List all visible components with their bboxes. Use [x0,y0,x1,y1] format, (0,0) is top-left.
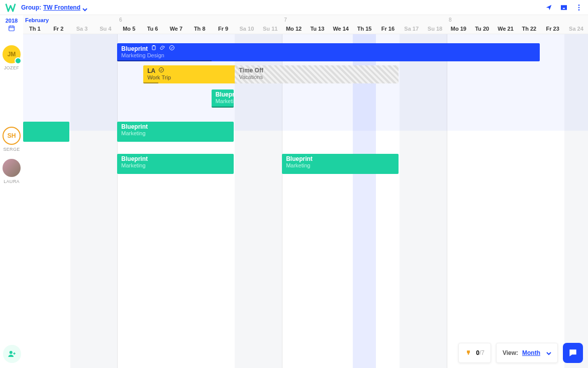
topbar: Group: TW Frontend [0,0,588,15]
day-label[interactable]: Sa 17 [400,26,423,32]
task-subtitle: Marketing [121,130,230,136]
avatar[interactable] [3,159,21,177]
progress-bar [117,60,211,61]
day-label[interactable]: Su 4 [93,26,117,32]
task-bar[interactable]: BlueprintMarketing [282,154,399,174]
day-label[interactable]: Fr 23 [541,26,564,32]
calendar-icon [8,25,15,32]
left-column: 2018 JMJOZEFSHSERGELAURA [0,15,23,368]
status-badge-icon [15,57,22,64]
check-icon [158,67,164,74]
svg-rect-5 [153,45,154,46]
person-laura[interactable]: LAURA [0,159,23,184]
day-label[interactable]: We 14 [329,26,353,32]
person-jozef[interactable]: JMJOZEF [0,45,23,70]
view-chip[interactable]: View: Month [496,343,558,363]
task-bar[interactable]: LAWork Trip [143,65,236,83]
week-number: 7 [284,17,287,23]
task-title: LA [147,67,232,74]
clipboard-icon [151,45,157,52]
day-label[interactable]: Mo 19 [447,26,470,32]
svg-rect-4 [152,46,155,50]
day-label[interactable]: Tu 13 [306,26,329,32]
svg-point-6 [169,46,174,50]
day-label[interactable]: Su 11 [258,26,282,32]
task-bar[interactable]: BlueprintMarketing [117,122,234,142]
chevron-down-icon [546,350,551,355]
view-value: Month [522,349,540,356]
task-bar[interactable]: Time OffVacations [235,65,399,83]
task-bar[interactable]: BlueprintMarketing Design [117,43,540,61]
task-subtitle: Marketing Design [121,52,536,58]
task-subtitle: Work Trip [147,74,232,80]
timeline-header: February Th 1Fr 2Sa 3Su 4Mo 56Tu 6We 7Th… [23,15,588,34]
day-label[interactable]: Mo 5 [117,26,141,32]
more-icon[interactable] [575,4,583,12]
avatar[interactable]: JM [3,45,21,63]
month-label: February [25,17,49,23]
timeline-area[interactable]: February Th 1Fr 2Sa 3Su 4Mo 56Tu 6We 7Th… [23,15,588,368]
year-text: 2018 [6,18,18,24]
svg-point-2 [578,9,580,11]
day-label[interactable]: Tu 20 [470,26,494,32]
view-label: View: [503,349,518,356]
task-title: Blueprint [121,155,230,162]
avatar[interactable]: SH [3,127,21,145]
bottom-bar: 0/7 View: Month [458,343,583,363]
day-label[interactable]: Sa 3 [70,26,94,32]
score-done: 0 [476,349,479,356]
svg-point-7 [159,68,164,72]
week-number: 8 [449,17,452,23]
task-title: Blueprint [216,91,230,98]
task-title: Blueprint [286,155,395,162]
today-highlight [353,34,376,368]
check-icon [169,45,175,52]
day-label[interactable]: Th 8 [188,26,212,32]
task-subtitle: Vacations [239,74,395,80]
day-label[interactable]: Fr 9 [212,26,235,32]
person-name: SERGE [3,147,20,152]
score-chip[interactable]: 0/7 [458,343,491,363]
task-bar[interactable] [23,122,69,142]
day-label[interactable]: Th 22 [517,26,541,32]
chat-button[interactable] [563,343,583,363]
week-number: 6 [119,17,122,23]
inbox-icon[interactable] [560,4,568,12]
day-label[interactable]: We 21 [494,26,518,32]
day-label[interactable]: Th 1 [23,26,47,32]
progress-bar [212,107,234,108]
svg-point-8 [10,351,13,354]
progress-bar [143,82,158,83]
task-bar[interactable]: BlueprintMarketing [117,154,234,174]
day-label[interactable]: Mo 12 [282,26,306,32]
share-icon[interactable] [545,4,553,12]
svg-rect-3 [9,26,15,31]
task-title: Blueprint [121,45,536,52]
day-label[interactable]: Th 15 [353,26,376,32]
day-label[interactable]: Su 18 [423,26,447,32]
year-cell[interactable]: 2018 [0,15,23,34]
chevron-down-icon[interactable] [82,5,87,10]
day-label[interactable]: Fr 16 [376,26,400,32]
task-subtitle: Marketing [216,98,230,104]
person-name: JOZEF [4,65,19,70]
svg-point-1 [578,7,580,8]
day-label[interactable]: Fr 2 [47,26,70,32]
app-logo [5,2,16,13]
person-serge[interactable]: SHSERGE [0,127,23,152]
svg-point-0 [578,5,580,6]
day-label[interactable]: Sa 10 [235,26,258,32]
day-label[interactable]: Sa 24 [564,26,588,32]
add-person-button[interactable] [3,345,21,363]
task-bar[interactable]: BlueprintMarketing [212,89,234,108]
day-label[interactable]: We 7 [164,26,188,32]
schedule-grid: 2018 JMJOZEFSHSERGELAURA February Th 1Fr… [0,15,588,368]
topbar-actions [545,4,583,12]
attach-icon [160,45,166,52]
score-total: /7 [479,349,484,356]
group-label: Group: [21,4,41,11]
trophy-icon [465,349,472,356]
group-selector[interactable]: TW Frontend [43,4,80,11]
task-subtitle: Marketing [121,162,230,168]
day-label[interactable]: Tu 6 [141,26,164,32]
